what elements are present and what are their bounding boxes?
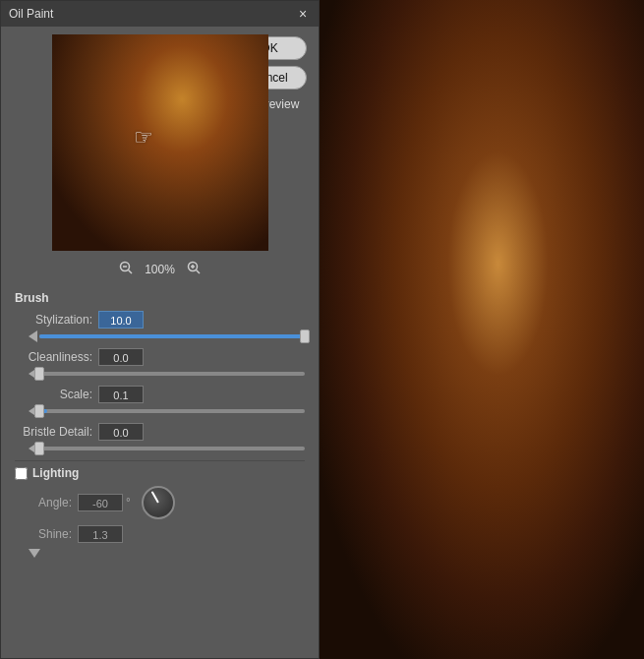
scale-slider-thumb[interactable] (34, 404, 44, 418)
bristle-detail-slider-container (15, 443, 305, 454)
angle-dial-line (150, 491, 158, 503)
zoom-out-icon (119, 261, 133, 274)
oil-paint-dialog: Oil Paint × OK Cancel Preview ☞ 100% (0, 0, 320, 659)
stylization-slider-thumb[interactable] (300, 330, 310, 343)
stylization-row: Stylization: 10.0 (15, 311, 305, 329)
scale-slider-container (15, 405, 305, 417)
cursor-icon: ☞ (134, 125, 153, 150)
right-image-panel (320, 0, 644, 659)
zoom-in-icon (187, 261, 201, 274)
lighting-header: Lighting (15, 466, 305, 480)
angle-dial[interactable] (142, 486, 175, 519)
angle-label: Angle: (29, 496, 78, 509)
preview-image-area: ☞ (52, 34, 268, 251)
scale-value[interactable]: 0.1 (98, 386, 144, 403)
angle-row: Angle: -60 ° (29, 486, 305, 519)
lighting-checkbox[interactable] (15, 467, 28, 480)
main-preview-image (320, 0, 644, 659)
zoom-bar: 100% (1, 255, 319, 285)
brush-section-label: Brush (15, 291, 305, 305)
zoom-in-button[interactable] (183, 259, 205, 279)
bottom-slider-icon (29, 549, 40, 558)
cleanliness-slider-container (15, 368, 305, 380)
svg-line-6 (196, 270, 200, 274)
dialog-title: Oil Paint (9, 7, 53, 21)
svg-line-2 (129, 270, 133, 274)
stylization-slider-track[interactable] (39, 334, 305, 338)
controls-area: Brush Stylization: 10.0 Cleanliness: 0.0 (1, 285, 319, 658)
stylization-label: Stylization: (15, 313, 98, 327)
bristle-detail-slider-thumb[interactable] (34, 442, 44, 455)
bristle-detail-value[interactable]: 0.0 (98, 423, 144, 441)
bristle-detail-row: Bristle Detail: 0.0 (15, 423, 305, 441)
scale-row: Scale: 0.1 (15, 386, 305, 403)
scale-slider-track[interactable] (39, 409, 305, 413)
close-button[interactable]: × (295, 6, 311, 22)
divider (15, 460, 305, 461)
stylization-slider-min-icon (29, 330, 37, 342)
bristle-detail-label: Bristle Detail: (15, 425, 98, 439)
shine-label: Shine: (29, 527, 78, 541)
degree-symbol: ° (126, 496, 131, 509)
title-bar: Oil Paint × (1, 1, 319, 27)
stylization-value[interactable]: 10.0 (98, 311, 144, 329)
cleanliness-slider-track[interactable] (39, 372, 305, 376)
stylization-slider-fill (39, 334, 305, 338)
scale-label: Scale: (15, 388, 98, 401)
zoom-level-text: 100% (145, 263, 175, 276)
bristle-detail-slider-track[interactable] (39, 447, 305, 450)
angle-value[interactable]: -60 (78, 494, 123, 511)
lighting-section-label: Lighting (32, 466, 79, 480)
lighting-controls: Angle: -60 ° Shine: 1.3 (15, 486, 305, 543)
zoom-out-button[interactable] (115, 259, 137, 279)
shine-value[interactable]: 1.3 (78, 525, 123, 543)
stylization-slider-container (15, 330, 305, 342)
cleanliness-slider-thumb[interactable] (34, 367, 44, 381)
cleanliness-value[interactable]: 0.0 (98, 348, 144, 366)
cleanliness-row: Cleanliness: 0.0 (15, 348, 305, 366)
preview-image: ☞ (52, 34, 268, 251)
cleanliness-label: Cleanliness: (15, 350, 98, 364)
shine-row: Shine: 1.3 (29, 525, 305, 543)
